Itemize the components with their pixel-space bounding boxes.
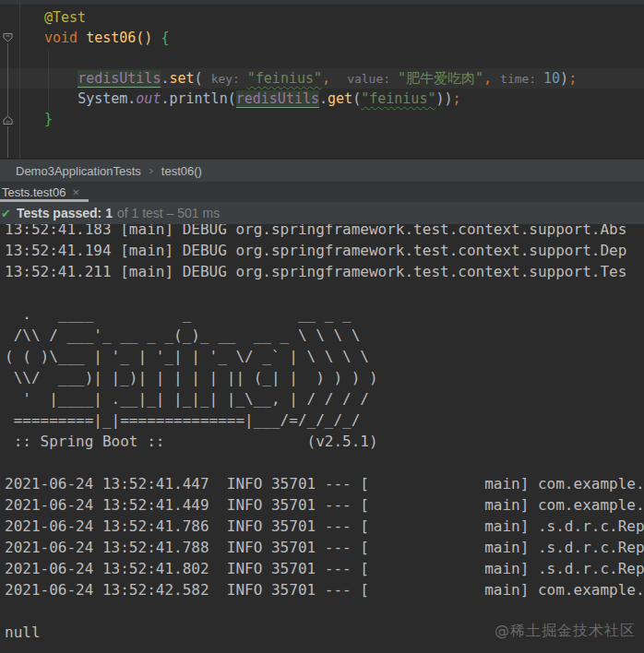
watermark-text: @稀土掘金技术社区 xyxy=(495,622,636,641)
test-status-bar: ✔ Tests passed: 1 of 1 test – 501 ms xyxy=(0,202,644,224)
code-token: key: xyxy=(211,72,247,86)
code-token: redisUtils xyxy=(78,70,161,88)
clipped-row-top xyxy=(0,0,644,5)
code-token: test06 xyxy=(86,30,136,46)
tab-strip: Tests.test06 × xyxy=(0,182,644,202)
code-token: value: xyxy=(347,72,398,86)
code-token: get xyxy=(328,90,352,107)
fold-range-line xyxy=(7,126,8,159)
code-token: .println( xyxy=(161,90,235,107)
tests-passed-detail: of 1 test – 501 ms xyxy=(117,206,220,220)
code-line[interactable]: System.out.println(redisUtils.get("feini… xyxy=(20,89,644,109)
code-token: "肥牛爱吃肉" xyxy=(398,70,483,87)
code-token: } xyxy=(44,111,53,127)
code-token: "feinius" xyxy=(361,90,435,107)
tests-passed-label: Tests passed: 1 xyxy=(17,206,113,220)
code-line[interactable]: @Test xyxy=(20,7,644,28)
code-token: , xyxy=(483,70,500,87)
code-token xyxy=(44,90,78,107)
breadcrumb-method[interactable]: test06() xyxy=(161,164,202,178)
code-token: . xyxy=(319,90,328,107)
fold-range-line xyxy=(7,43,8,115)
code-token: ; xyxy=(453,90,461,107)
code-token: ( xyxy=(195,70,211,87)
code-token: System xyxy=(78,90,127,107)
code-token: time: xyxy=(500,72,543,86)
breadcrumb-class[interactable]: Demo3ApplicationTests xyxy=(16,164,141,178)
code-token: void xyxy=(44,30,86,46)
ide-window: @Testvoid test06() { redisUtils.set( key… xyxy=(0,0,644,653)
fold-close-icon[interactable] xyxy=(2,114,14,126)
code-token: @Test xyxy=(44,9,86,26)
breadcrumb: Demo3ApplicationTests › test06() xyxy=(0,160,644,182)
code-area: @Testvoid test06() { redisUtils.set( key… xyxy=(20,7,644,129)
code-token xyxy=(44,70,78,87)
code-line[interactable]: void test06() { xyxy=(20,28,644,48)
code-token: out xyxy=(136,90,161,107)
code-editor[interactable]: @Testvoid test06() { redisUtils.set( key… xyxy=(0,0,644,159)
code-token: { xyxy=(161,30,169,46)
code-line[interactable] xyxy=(20,48,644,68)
code-token: . xyxy=(127,90,136,107)
chevron-right-icon: › xyxy=(149,164,153,177)
check-icon: ✔ xyxy=(1,207,11,220)
code-token: , xyxy=(322,70,347,87)
code-token: ( xyxy=(352,90,361,107)
console-output: 13:52:41.183 [main] DEBUG org.springfram… xyxy=(0,224,644,643)
code-token: "feinius" xyxy=(247,70,322,87)
code-token: () xyxy=(136,30,161,46)
run-console[interactable]: 13:52:41.183 [main] DEBUG org.springfram… xyxy=(0,224,644,653)
code-token: 10 xyxy=(543,70,560,87)
tab-label: Tests.test06 xyxy=(2,185,66,199)
close-icon[interactable]: × xyxy=(72,185,79,199)
code-token: set xyxy=(169,70,194,87)
fold-open-icon[interactable] xyxy=(2,31,14,43)
code-line[interactable]: } xyxy=(20,109,644,129)
code-line[interactable]: redisUtils.set( key: "feinius", value: "… xyxy=(20,68,644,89)
code-token: redisUtils xyxy=(236,90,319,108)
code-token: ; xyxy=(568,70,577,87)
code-token: )) xyxy=(435,90,452,107)
code-token: ) xyxy=(560,70,568,87)
